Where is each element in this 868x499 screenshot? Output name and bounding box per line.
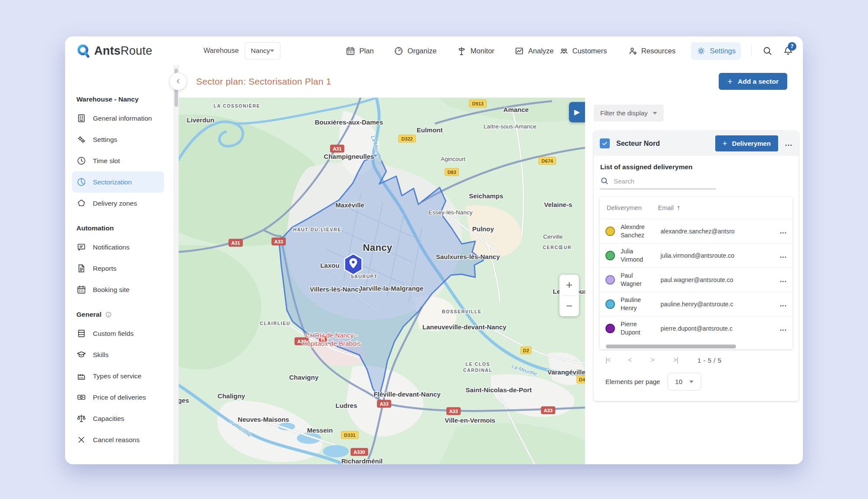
deliveryman-name: Pierre Dupont <box>621 320 661 336</box>
deliveryman-first-name: Paul <box>621 272 661 279</box>
road-badge: D322 <box>398 135 415 142</box>
map-canvas[interactable]: D913D322A31D83D674A31A33A33D2D4D331A330A… <box>179 98 585 464</box>
zoom-out-button[interactable]: − <box>559 296 579 317</box>
right-nav-item[interactable]: Settings <box>691 42 741 60</box>
right-nav-item[interactable]: Resources <box>623 42 681 60</box>
panel-expand-arrow-icon[interactable]: ▶ <box>569 102 585 122</box>
column-header-deliverymen[interactable]: Deliverymen <box>607 204 658 211</box>
add-deliverymen-button[interactable]: + Deliverymen <box>715 135 778 151</box>
sidebar-item-label: Notifications <box>93 243 129 251</box>
sector-menu-dots-icon[interactable]: ... <box>785 139 792 148</box>
filter-display-button[interactable]: Filter the display <box>594 105 664 121</box>
map-label: Neuves-Maisons <box>238 416 289 423</box>
map-label: Agincourt <box>441 156 465 162</box>
sector-checkbox[interactable] <box>600 138 610 148</box>
notifications-bell-icon[interactable]: 7 <box>783 46 793 56</box>
nav-item[interactable]: Analyze <box>514 46 554 56</box>
search-icon[interactable] <box>762 46 773 56</box>
column-header-email[interactable]: Email ↑ <box>658 204 680 212</box>
sidebar-section-general-label: General <box>76 311 102 318</box>
map-label: Villers-lès-Nancy <box>310 286 362 293</box>
map-label: LE CLOS <box>466 361 490 367</box>
road-badge: A33 <box>272 238 286 245</box>
main-area: ‹ Sector plan: Sectorisation Plan 1 + Ad… <box>179 65 803 464</box>
deliveryman-row[interactable]: Julia Virmond julia.virmond@antsroute.co… <box>600 243 792 267</box>
content-area: Warehouse - Nancy General information Se… <box>65 65 803 464</box>
sidebar-item[interactable]: Price of deliveries <box>72 387 164 408</box>
warehouse-select-value: Nancy <box>251 47 270 55</box>
search-icon <box>600 177 609 185</box>
sidebar-item[interactable]: Time slot <box>72 150 164 171</box>
map-label: CHRU de Nancy - <box>306 332 358 339</box>
road-badge: A33 <box>447 407 460 415</box>
deliveryman-row[interactable]: Pierre Dupont pierre.dupont@antsroute.c … <box>600 316 792 340</box>
pagination-range: 1 - 5 / 5 <box>697 357 721 364</box>
deliverymen-table: Deliverymen Email ↑ Alexndre <box>600 197 792 349</box>
sidebar-item-label: Delivery zones <box>93 200 137 207</box>
sidebar-item[interactable]: Reports <box>72 258 164 279</box>
map-label: Jarville-la-Malgrange <box>358 285 423 292</box>
prev-page-button[interactable]: < <box>628 356 651 364</box>
search-input[interactable] <box>614 177 700 185</box>
map-svg: D913D322A31D83D674A31A33A33D2D4D331A330A… <box>179 98 585 464</box>
deliveryman-email: alexandre.sanchez@antsro <box>661 228 777 235</box>
back-button[interactable]: ‹ <box>169 72 187 90</box>
horizontal-scrollbar-thumb[interactable] <box>606 345 736 348</box>
add-deliverymen-label: Deliverymen <box>732 140 771 147</box>
nav-item-label: Monitor <box>470 47 494 55</box>
map-label: Essey-lès-Nancy <box>428 209 473 216</box>
per-page-label: Elements per page <box>605 378 660 385</box>
sidebar-item[interactable]: Custom fields <box>72 323 164 344</box>
sidebar-item[interactable]: Types of service <box>72 365 164 387</box>
right-nav-item[interactable]: Customers <box>554 42 612 60</box>
map-label: Laître-sous-Amance <box>483 123 536 130</box>
sidebar-item[interactable]: Booking site <box>72 279 164 300</box>
last-page-button[interactable]: >| <box>673 356 696 364</box>
svg-text:D331: D331 <box>344 433 355 438</box>
map-label: Cerville <box>543 233 562 240</box>
brand-light: Route <box>121 44 152 57</box>
map-label: CLAIRLIEU <box>260 321 290 326</box>
sidebar-item[interactable]: Capacities <box>72 408 164 429</box>
svg-text:A330: A330 <box>354 450 365 455</box>
row-menu-dots-icon[interactable]: ... <box>777 276 787 284</box>
brand-logo[interactable]: AntsRoute <box>76 44 152 58</box>
right-nav-item-label: Customers <box>572 47 607 55</box>
next-page-button[interactable]: > <box>651 356 673 364</box>
sidebar-section-general: General <box>76 311 174 318</box>
first-page-button[interactable]: |< <box>605 356 628 364</box>
map-label: Champigneulles <box>324 153 374 160</box>
sidebar-item-label: General information <box>93 115 152 122</box>
row-menu-dots-icon[interactable]: ... <box>777 252 787 259</box>
road-badge: D674 <box>539 157 556 164</box>
deliveryman-first-name: Pauline <box>621 296 661 304</box>
deliveryman-row[interactable]: Alexndre Sanchez alexandre.sanchez@antsr… <box>600 219 792 243</box>
add-sector-button[interactable]: + Add a sector <box>719 73 787 90</box>
warehouse-select[interactable]: Nancy <box>245 42 280 59</box>
nav-item[interactable]: Plan <box>345 46 374 56</box>
row-menu-dots-icon[interactable]: ... <box>777 227 787 235</box>
nav-item[interactable]: Monitor <box>457 46 494 56</box>
map-label: Seichamps <box>469 192 503 200</box>
sidebar-item[interactable]: Delivery zones <box>72 193 164 214</box>
row-menu-dots-icon[interactable]: ... <box>777 300 787 308</box>
sidebar-item[interactable]: Cancel reasons <box>72 429 164 450</box>
sidebar-scrollbar[interactable] <box>174 65 179 464</box>
deliveryman-email: pauline.henry@antsroute.c <box>661 301 777 308</box>
sidebar-item[interactable]: General information <box>72 108 164 129</box>
deliveryman-first-name: Pierre <box>621 320 661 328</box>
sidebar-item[interactable]: Notifications <box>72 236 164 258</box>
add-sector-label: Add a sector <box>738 78 779 85</box>
sidebar-item[interactable]: Skills <box>72 344 164 365</box>
deliveryman-row[interactable]: Paul Wagner paul.wagner@antsroute.co ... <box>600 267 792 292</box>
per-page-select[interactable]: 10 <box>667 373 701 391</box>
row-menu-dots-icon[interactable]: ... <box>777 325 787 332</box>
nav-item[interactable]: Organize <box>394 46 437 56</box>
antsroute-logo-icon <box>76 44 90 58</box>
map-label: Varangéville <box>547 368 585 376</box>
zoom-in-button[interactable]: + <box>559 275 579 295</box>
sidebar-item[interactable]: Sectorization <box>72 171 164 193</box>
deliveryman-first-name: Alexndre <box>621 223 661 231</box>
deliveryman-row[interactable]: Pauline Henry pauline.henry@antsroute.c … <box>600 292 792 316</box>
sidebar-item[interactable]: Settings <box>72 129 164 150</box>
